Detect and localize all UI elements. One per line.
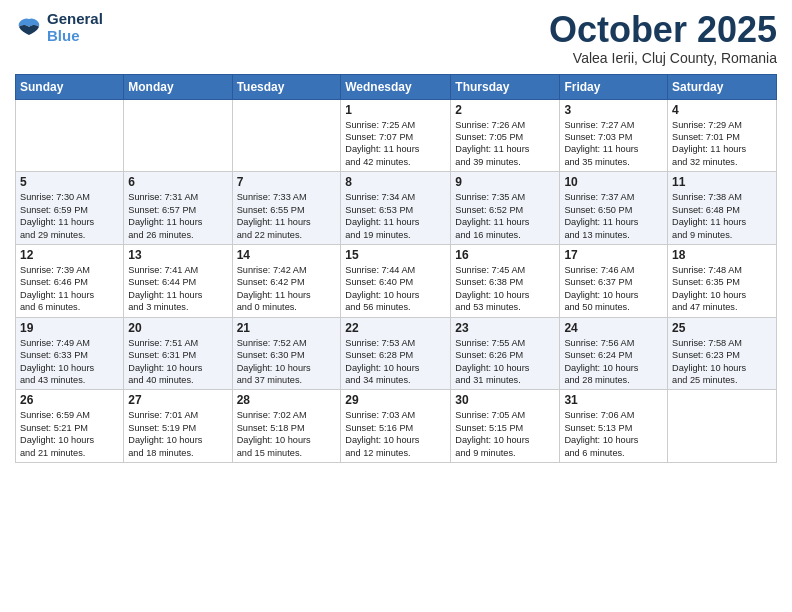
day-info: Sunrise: 7:46 AM Sunset: 6:37 PM Dayligh…	[564, 264, 663, 314]
day-number: 19	[20, 321, 119, 335]
calendar-cell-w4-d5: 23Sunrise: 7:55 AM Sunset: 6:26 PM Dayli…	[451, 317, 560, 390]
calendar-week-5: 26Sunrise: 6:59 AM Sunset: 5:21 PM Dayli…	[16, 390, 777, 463]
calendar-cell-w1-d3	[232, 99, 341, 172]
col-wednesday: Wednesday	[341, 74, 451, 99]
day-number: 5	[20, 175, 119, 189]
day-info: Sunrise: 7:34 AM Sunset: 6:53 PM Dayligh…	[345, 191, 446, 241]
day-info: Sunrise: 7:56 AM Sunset: 6:24 PM Dayligh…	[564, 337, 663, 387]
calendar-cell-w1-d6: 3Sunrise: 7:27 AM Sunset: 7:03 PM Daylig…	[560, 99, 668, 172]
day-number: 23	[455, 321, 555, 335]
calendar-cell-w5-d3: 28Sunrise: 7:02 AM Sunset: 5:18 PM Dayli…	[232, 390, 341, 463]
calendar-cell-w2-d1: 5Sunrise: 7:30 AM Sunset: 6:59 PM Daylig…	[16, 172, 124, 245]
day-number: 31	[564, 393, 663, 407]
day-info: Sunrise: 7:01 AM Sunset: 5:19 PM Dayligh…	[128, 409, 227, 459]
day-number: 16	[455, 248, 555, 262]
day-number: 9	[455, 175, 555, 189]
calendar-cell-w3-d7: 18Sunrise: 7:48 AM Sunset: 6:35 PM Dayli…	[668, 244, 777, 317]
day-number: 24	[564, 321, 663, 335]
calendar-cell-w3-d2: 13Sunrise: 7:41 AM Sunset: 6:44 PM Dayli…	[124, 244, 232, 317]
day-info: Sunrise: 7:06 AM Sunset: 5:13 PM Dayligh…	[564, 409, 663, 459]
day-info: Sunrise: 7:42 AM Sunset: 6:42 PM Dayligh…	[237, 264, 337, 314]
day-number: 26	[20, 393, 119, 407]
day-number: 18	[672, 248, 772, 262]
day-number: 20	[128, 321, 227, 335]
calendar-week-2: 5Sunrise: 7:30 AM Sunset: 6:59 PM Daylig…	[16, 172, 777, 245]
calendar-cell-w4-d7: 25Sunrise: 7:58 AM Sunset: 6:23 PM Dayli…	[668, 317, 777, 390]
col-tuesday: Tuesday	[232, 74, 341, 99]
calendar-cell-w3-d4: 15Sunrise: 7:44 AM Sunset: 6:40 PM Dayli…	[341, 244, 451, 317]
calendar-week-3: 12Sunrise: 7:39 AM Sunset: 6:46 PM Dayli…	[16, 244, 777, 317]
day-info: Sunrise: 7:58 AM Sunset: 6:23 PM Dayligh…	[672, 337, 772, 387]
calendar-cell-w2-d2: 6Sunrise: 7:31 AM Sunset: 6:57 PM Daylig…	[124, 172, 232, 245]
calendar-cell-w3-d6: 17Sunrise: 7:46 AM Sunset: 6:37 PM Dayli…	[560, 244, 668, 317]
calendar-cell-w1-d7: 4Sunrise: 7:29 AM Sunset: 7:01 PM Daylig…	[668, 99, 777, 172]
day-info: Sunrise: 7:26 AM Sunset: 7:05 PM Dayligh…	[455, 119, 555, 169]
calendar-cell-w4-d4: 22Sunrise: 7:53 AM Sunset: 6:28 PM Dayli…	[341, 317, 451, 390]
col-saturday: Saturday	[668, 74, 777, 99]
day-info: Sunrise: 7:41 AM Sunset: 6:44 PM Dayligh…	[128, 264, 227, 314]
location-subtitle: Valea Ierii, Cluj County, Romania	[549, 50, 777, 66]
day-number: 2	[455, 103, 555, 117]
day-info: Sunrise: 7:35 AM Sunset: 6:52 PM Dayligh…	[455, 191, 555, 241]
month-title: October 2025	[549, 10, 777, 50]
day-info: Sunrise: 7:45 AM Sunset: 6:38 PM Dayligh…	[455, 264, 555, 314]
logo-icon	[15, 15, 43, 39]
day-number: 7	[237, 175, 337, 189]
title-block: October 2025 Valea Ierii, Cluj County, R…	[549, 10, 777, 66]
day-info: Sunrise: 7:05 AM Sunset: 5:15 PM Dayligh…	[455, 409, 555, 459]
calendar-week-1: 1Sunrise: 7:25 AM Sunset: 7:07 PM Daylig…	[16, 99, 777, 172]
day-info: Sunrise: 7:52 AM Sunset: 6:30 PM Dayligh…	[237, 337, 337, 387]
header: General Blue October 2025 Valea Ierii, C…	[15, 10, 777, 66]
calendar-cell-w3-d3: 14Sunrise: 7:42 AM Sunset: 6:42 PM Dayli…	[232, 244, 341, 317]
calendar-header-row: Sunday Monday Tuesday Wednesday Thursday…	[16, 74, 777, 99]
day-info: Sunrise: 7:39 AM Sunset: 6:46 PM Dayligh…	[20, 264, 119, 314]
col-sunday: Sunday	[16, 74, 124, 99]
logo: General Blue	[15, 10, 103, 45]
calendar-cell-w5-d4: 29Sunrise: 7:03 AM Sunset: 5:16 PM Dayli…	[341, 390, 451, 463]
day-info: Sunrise: 7:31 AM Sunset: 6:57 PM Dayligh…	[128, 191, 227, 241]
page-container: General Blue October 2025 Valea Ierii, C…	[0, 0, 792, 473]
day-info: Sunrise: 7:48 AM Sunset: 6:35 PM Dayligh…	[672, 264, 772, 314]
logo-text: General Blue	[47, 10, 103, 45]
day-number: 17	[564, 248, 663, 262]
calendar-cell-w4-d3: 21Sunrise: 7:52 AM Sunset: 6:30 PM Dayli…	[232, 317, 341, 390]
day-number: 4	[672, 103, 772, 117]
day-info: Sunrise: 7:53 AM Sunset: 6:28 PM Dayligh…	[345, 337, 446, 387]
calendar-table: Sunday Monday Tuesday Wednesday Thursday…	[15, 74, 777, 463]
calendar-cell-w1-d2	[124, 99, 232, 172]
day-number: 28	[237, 393, 337, 407]
col-friday: Friday	[560, 74, 668, 99]
day-info: Sunrise: 7:44 AM Sunset: 6:40 PM Dayligh…	[345, 264, 446, 314]
day-number: 13	[128, 248, 227, 262]
day-number: 27	[128, 393, 227, 407]
calendar-cell-w4-d6: 24Sunrise: 7:56 AM Sunset: 6:24 PM Dayli…	[560, 317, 668, 390]
calendar-cell-w2-d3: 7Sunrise: 7:33 AM Sunset: 6:55 PM Daylig…	[232, 172, 341, 245]
calendar-cell-w3-d5: 16Sunrise: 7:45 AM Sunset: 6:38 PM Dayli…	[451, 244, 560, 317]
calendar-cell-w1-d4: 1Sunrise: 7:25 AM Sunset: 7:07 PM Daylig…	[341, 99, 451, 172]
day-info: Sunrise: 7:27 AM Sunset: 7:03 PM Dayligh…	[564, 119, 663, 169]
calendar-cell-w2-d4: 8Sunrise: 7:34 AM Sunset: 6:53 PM Daylig…	[341, 172, 451, 245]
day-number: 22	[345, 321, 446, 335]
day-info: Sunrise: 7:02 AM Sunset: 5:18 PM Dayligh…	[237, 409, 337, 459]
col-thursday: Thursday	[451, 74, 560, 99]
day-number: 10	[564, 175, 663, 189]
day-info: Sunrise: 6:59 AM Sunset: 5:21 PM Dayligh…	[20, 409, 119, 459]
day-number: 6	[128, 175, 227, 189]
day-number: 30	[455, 393, 555, 407]
day-number: 21	[237, 321, 337, 335]
day-info: Sunrise: 7:51 AM Sunset: 6:31 PM Dayligh…	[128, 337, 227, 387]
day-number: 3	[564, 103, 663, 117]
calendar-cell-w3-d1: 12Sunrise: 7:39 AM Sunset: 6:46 PM Dayli…	[16, 244, 124, 317]
day-info: Sunrise: 7:25 AM Sunset: 7:07 PM Dayligh…	[345, 119, 446, 169]
calendar-cell-w5-d1: 26Sunrise: 6:59 AM Sunset: 5:21 PM Dayli…	[16, 390, 124, 463]
calendar-cell-w4-d1: 19Sunrise: 7:49 AM Sunset: 6:33 PM Dayli…	[16, 317, 124, 390]
calendar-cell-w5-d2: 27Sunrise: 7:01 AM Sunset: 5:19 PM Dayli…	[124, 390, 232, 463]
calendar-cell-w1-d5: 2Sunrise: 7:26 AM Sunset: 7:05 PM Daylig…	[451, 99, 560, 172]
calendar-cell-w2-d7: 11Sunrise: 7:38 AM Sunset: 6:48 PM Dayli…	[668, 172, 777, 245]
calendar-cell-w5-d5: 30Sunrise: 7:05 AM Sunset: 5:15 PM Dayli…	[451, 390, 560, 463]
day-number: 25	[672, 321, 772, 335]
day-number: 29	[345, 393, 446, 407]
calendar-week-4: 19Sunrise: 7:49 AM Sunset: 6:33 PM Dayli…	[16, 317, 777, 390]
day-number: 14	[237, 248, 337, 262]
day-info: Sunrise: 7:38 AM Sunset: 6:48 PM Dayligh…	[672, 191, 772, 241]
